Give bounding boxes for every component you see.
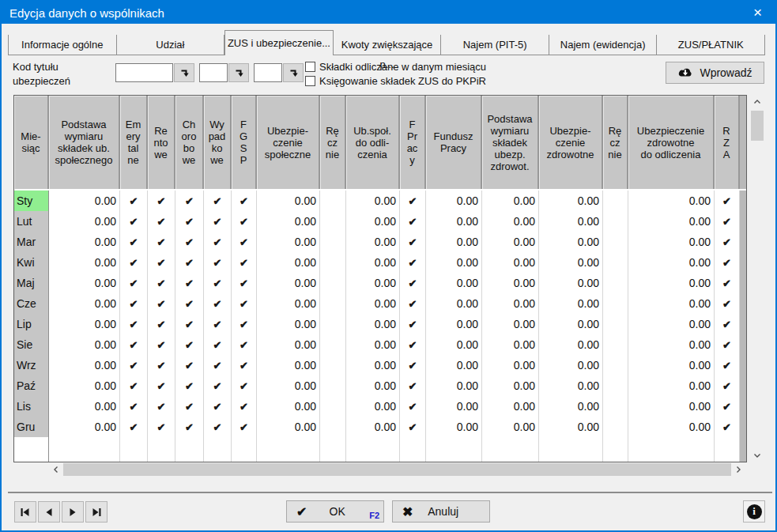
grid-cell-ubezp-zdr-odl[interactable]: 0.00 [628, 375, 715, 396]
grid-cell-ubezp-spol[interactable]: 0.00 [257, 252, 320, 273]
grid-cell-chorobowe[interactable]: ✔ [175, 232, 204, 252]
grid-cell-emerytalne[interactable]: ✔ [120, 273, 148, 293]
grid-cell-ubezp-zdrow[interactable]: 0.00 [539, 396, 603, 417]
grid-cell-ubezp-spol[interactable]: 0.00 [257, 375, 320, 396]
grid-cell-fgsp[interactable]: ✔ [232, 191, 257, 211]
row-header-month[interactable]: Sie [14, 334, 49, 355]
grid-cell-rza[interactable]: ✔ [715, 355, 740, 375]
row-header-month[interactable]: Sty [14, 191, 49, 211]
grid-cell-recznie-2[interactable] [603, 396, 628, 417]
grid-cell-recznie-2[interactable] [603, 355, 628, 375]
grid-cell-rza[interactable]: ✔ [715, 334, 740, 355]
grid-cell-ubezp-spol[interactable]: 0.00 [257, 273, 320, 293]
kod-dropdown-button-2[interactable] [228, 63, 249, 82]
horizontal-scrollbar[interactable] [49, 462, 745, 477]
kod-dropdown-button-3[interactable] [283, 63, 304, 82]
grid-cell-rentowe[interactable]: ✔ [148, 375, 175, 396]
grid-cell-rza[interactable]: ✔ [715, 396, 740, 417]
grid-cell-ubspol-odl[interactable]: 0.00 [346, 293, 400, 314]
grid-cell-ubezp-zdr-odl[interactable]: 0.00 [628, 396, 715, 417]
grid-cell-emerytalne[interactable]: ✔ [120, 334, 148, 355]
info-button[interactable]: i [743, 500, 765, 523]
grid-cell-rentowe[interactable]: ✔ [148, 191, 175, 211]
grid-cell-fgsp[interactable]: ✔ [232, 252, 257, 273]
grid-cell-fpracy[interactable]: ✔ [400, 273, 426, 293]
close-button[interactable]: × [740, 2, 775, 24]
grid-cell-ubezp-spol[interactable]: 0.00 [257, 396, 320, 417]
grid-cell-fgsp[interactable]: ✔ [232, 334, 257, 355]
grid-cell-fgsp[interactable]: ✔ [232, 273, 257, 293]
grid-cell-ubezp-zdr-odl[interactable] [628, 437, 715, 462]
grid-cell-recznie-2[interactable] [603, 252, 628, 273]
grid-cell-recznie-1[interactable] [320, 396, 346, 417]
grid-cell-fpracy[interactable] [400, 437, 426, 462]
grid-cell-podstawa-zdrow[interactable]: 0.00 [482, 293, 539, 314]
ok-button[interactable]: ✔ OK F2 [286, 500, 384, 523]
grid-cell-wypadkowe[interactable]: ✔ [204, 417, 232, 437]
grid-cell-chorobowe[interactable]: ✔ [175, 191, 204, 211]
grid-cell-rza[interactable]: ✔ [715, 375, 740, 396]
grid-cell-fgsp[interactable]: ✔ [232, 232, 257, 252]
grid-cell-emerytalne[interactable]: ✔ [120, 355, 148, 375]
grid-cell-emerytalne[interactable]: ✔ [120, 314, 148, 334]
scroll-right-button[interactable] [731, 462, 745, 477]
tab-1[interactable]: Informacje ogólne [8, 35, 117, 55]
grid-cell-wypadkowe[interactable]: ✔ [204, 232, 232, 252]
grid-cell-fundusz-pracy[interactable]: 0.00 [426, 273, 482, 293]
grid-cell-recznie-1[interactable] [320, 314, 346, 334]
kod-input-2[interactable] [199, 63, 228, 82]
grid-cell-recznie-1[interactable] [320, 211, 346, 232]
grid-cell-rza[interactable]: ✔ [715, 273, 740, 293]
grid-cell-fpracy[interactable]: ✔ [400, 211, 426, 232]
grid-cell-rentowe[interactable]: ✔ [148, 334, 175, 355]
row-header-month[interactable]: Kwi [14, 252, 49, 273]
grid-cell-chorobowe[interactable]: ✔ [175, 211, 204, 232]
grid-cell-recznie-1[interactable] [320, 273, 346, 293]
grid-cell-podstawa-zdrow[interactable]: 0.00 [482, 252, 539, 273]
nav-prev-button[interactable] [38, 501, 60, 523]
grid-cell-recznie-1[interactable] [320, 293, 346, 314]
grid-cell-ubezp-spol[interactable]: 0.00 [257, 334, 320, 355]
grid-cell-recznie-2[interactable] [603, 232, 628, 252]
grid-cell-fpracy[interactable]: ✔ [400, 355, 426, 375]
grid-cell-fundusz-pracy[interactable]: 0.00 [426, 293, 482, 314]
grid-cell-ubspol-odl[interactable]: 0.00 [346, 314, 400, 334]
grid-cell-rentowe[interactable]: ✔ [148, 417, 175, 437]
grid-cell-recznie-1[interactable] [320, 191, 346, 211]
grid-cell-ubezp-spol[interactable]: 0.00 [257, 191, 320, 211]
grid-cell-ubezp-zdr-odl[interactable]: 0.00 [628, 355, 715, 375]
grid-cell-podstawa-spol[interactable]: 0.00 [49, 314, 120, 334]
grid-cell-ubezp-zdrow[interactable]: 0.00 [539, 211, 603, 232]
row-header-month[interactable]: Lut [14, 211, 49, 232]
grid-cell-podstawa-zdrow[interactable]: 0.00 [482, 334, 539, 355]
grid-cell-ubspol-odl[interactable]: 0.00 [346, 273, 400, 293]
grid-cell-recznie-2[interactable] [603, 314, 628, 334]
grid-cell-fgsp[interactable]: ✔ [232, 396, 257, 417]
grid-cell-podstawa-zdrow[interactable]: 0.00 [482, 273, 539, 293]
tab-6[interactable]: Najem (ewidencja) [549, 35, 658, 55]
grid-cell-rza[interactable]: ✔ [715, 211, 740, 232]
grid-cell-fgsp[interactable]: ✔ [232, 314, 257, 334]
grid-cell-fpracy[interactable]: ✔ [400, 314, 426, 334]
scroll-up-button[interactable] [750, 95, 764, 109]
grid-cell-ubezp-zdrow[interactable]: 0.00 [539, 252, 603, 273]
row-header-month[interactable]: Lip [14, 314, 49, 334]
grid-cell-emerytalne[interactable]: ✔ [120, 191, 148, 211]
grid-cell-ubezp-zdrow[interactable]: 0.00 [539, 314, 603, 334]
grid-cell-ubezp-spol[interactable]: 0.00 [257, 417, 320, 437]
grid-cell-chorobowe[interactable]: ✔ [175, 396, 204, 417]
grid-cell-recznie-1[interactable] [320, 252, 346, 273]
grid-cell-chorobowe[interactable]: ✔ [175, 252, 204, 273]
grid-cell-podstawa-spol[interactable]: 0.00 [49, 232, 120, 252]
grid-cell-rentowe[interactable]: ✔ [148, 232, 175, 252]
grid-cell-wypadkowe[interactable]: ✔ [204, 191, 232, 211]
grid-cell-recznie-1[interactable] [320, 417, 346, 437]
grid-cell-podstawa-spol[interactable]: 0.00 [49, 273, 120, 293]
grid-cell-wypadkowe[interactable]: ✔ [204, 293, 232, 314]
grid-cell-wypadkowe[interactable] [204, 437, 232, 462]
grid-cell-ubezp-spol[interactable]: 0.00 [257, 232, 320, 252]
grid-cell-rza[interactable]: ✔ [715, 252, 740, 273]
grid-cell-recznie-1[interactable] [320, 334, 346, 355]
grid-cell-ubezp-spol[interactable]: 0.00 [257, 211, 320, 232]
scroll-down-button[interactable] [750, 448, 764, 462]
